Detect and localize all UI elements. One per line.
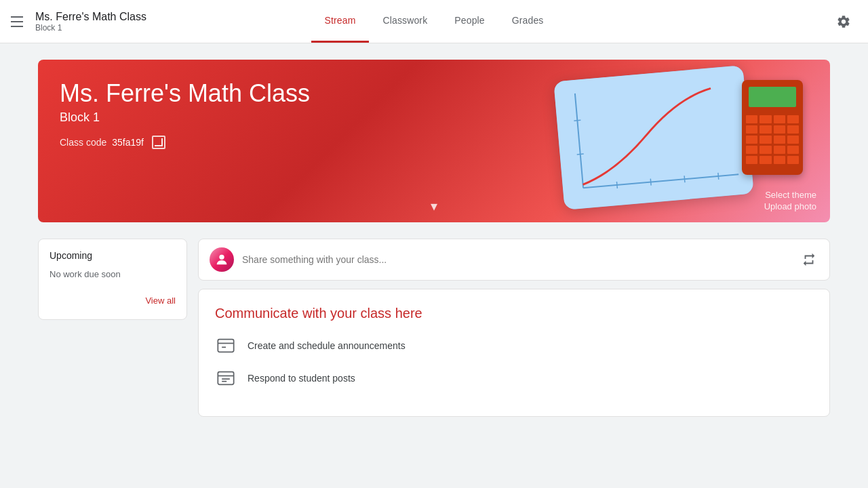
tablet-decoration [553,65,753,210]
svg-line-5 [718,173,719,180]
header-right [722,8,857,35]
select-theme-link[interactable]: Select theme [765,190,816,200]
share-input[interactable] [242,254,791,265]
svg-line-3 [650,179,651,186]
class-block: Block 1 [35,23,146,33]
upload-photo-link[interactable]: Upload photo [764,201,816,211]
class-title: Ms. Ferre's Math Class [35,10,146,23]
banner-block: Block 1 [60,110,310,125]
svg-line-7 [574,120,580,121]
svg-line-4 [684,176,685,182]
expand-code-icon[interactable] [152,136,165,149]
banner-actions: Select theme Upload photo [764,190,816,211]
banner-code-row: Class code 35fa19f [60,136,310,149]
svg-line-0 [583,174,738,188]
svg-rect-9 [218,340,233,352]
content-row: Upcoming No work due soon View all [38,239,830,417]
banner-code-label: Class code [60,137,106,148]
hamburger-menu-icon[interactable] [11,14,27,30]
svg-line-6 [577,154,584,155]
respond-icon [215,367,237,389]
announcements-text: Create and schedule announcements [248,340,406,351]
main-content: Ms. Ferre's Math Class Block 1 Class cod… [27,43,841,433]
tab-grades[interactable]: Grades [498,0,557,43]
avatar [210,247,234,272]
upcoming-card: Upcoming No work due soon View all [38,239,187,320]
communicate-item-respond: Respond to student posts [215,367,813,389]
announcement-icon [215,335,237,357]
class-banner: Ms. Ferre's Math Class Block 1 Class cod… [38,60,830,222]
settings-icon[interactable] [830,8,857,35]
banner-text: Ms. Ferre's Math Class Block 1 Class cod… [60,79,310,149]
communicate-card: Communicate with your class here Create … [198,289,830,417]
nav-tabs: Stream Classwork People Grades [146,0,722,43]
svg-point-8 [219,255,224,260]
svg-line-1 [575,94,583,188]
banner-decoration [355,60,830,222]
class-title-wrap: Ms. Ferre's Math Class Block 1 [35,10,146,33]
communicate-title: Communicate with your class here [215,306,813,321]
svg-line-2 [616,182,617,188]
header: Ms. Ferre's Math Class Block 1 Stream Cl… [0,0,868,43]
tab-classwork[interactable]: Classwork [369,0,441,43]
share-box [198,239,830,281]
banner-class-name: Ms. Ferre's Math Class [60,79,310,108]
upcoming-title: Upcoming [50,250,176,261]
header-left: Ms. Ferre's Math Class Block 1 [11,10,146,33]
avatar-image [210,247,234,272]
svg-rect-12 [218,372,233,385]
respond-text: Respond to student posts [248,373,355,384]
banner-code-value: 35fa19f [112,137,144,148]
calculator-decoration [742,80,803,175]
banner-chevron-icon[interactable]: ▾ [431,198,437,214]
stream-area: Communicate with your class here Create … [198,239,830,417]
tab-stream[interactable]: Stream [311,0,370,43]
communicate-item-announcements: Create and schedule announcements [215,335,813,357]
repost-icon[interactable] [800,250,818,269]
upcoming-empty-message: No work due soon [50,269,176,279]
tab-people[interactable]: People [441,0,498,43]
view-all-button[interactable]: View all [50,293,176,308]
